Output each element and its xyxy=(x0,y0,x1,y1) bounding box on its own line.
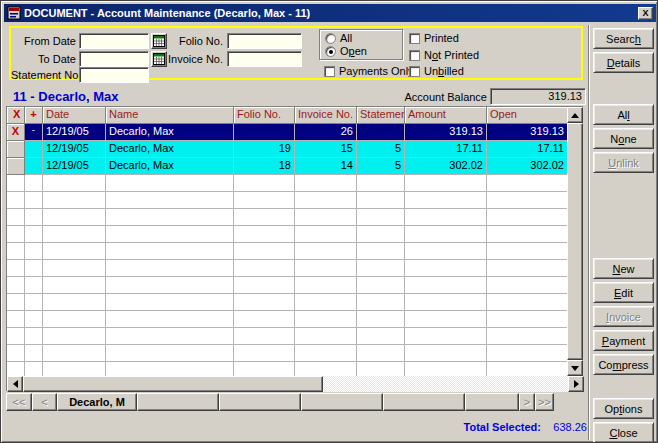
horizontal-scrollbar-thumb[interactable] xyxy=(23,376,323,392)
table-row[interactable]: 12/19/05 Decarlo, Max 18 14 5 302.02 302… xyxy=(7,158,568,175)
row-select-cell[interactable] xyxy=(7,141,25,158)
table-row-empty[interactable] xyxy=(7,277,568,294)
tab-empty-5[interactable] xyxy=(465,393,519,411)
tab-empty-4[interactable] xyxy=(383,393,465,411)
radio-all-label: All xyxy=(340,32,352,44)
empty-cell xyxy=(405,226,487,243)
row-expand-cell[interactable] xyxy=(25,158,43,175)
table-row-empty[interactable] xyxy=(7,243,568,260)
empty-cell xyxy=(357,294,405,311)
details-button[interactable]: Details xyxy=(593,52,654,73)
checkbox-unbilled[interactable]: Unbilled xyxy=(409,65,464,77)
row-expand-cell[interactable] xyxy=(25,141,43,158)
column-header-open[interactable]: Open xyxy=(487,107,568,124)
close-button[interactable]: Close xyxy=(593,422,654,443)
column-header-x[interactable]: X xyxy=(7,107,25,124)
empty-cell xyxy=(106,192,234,209)
table-row-empty[interactable] xyxy=(7,345,568,362)
tab-empty-3[interactable] xyxy=(301,393,383,411)
none-button[interactable]: None xyxy=(593,128,654,149)
empty-cell xyxy=(295,243,357,260)
column-header-folio[interactable]: Folio No. xyxy=(234,107,295,124)
table-row-empty[interactable] xyxy=(7,192,568,209)
empty-cell xyxy=(487,277,568,294)
invoice-no-input[interactable] xyxy=(227,51,302,67)
checkbox-printed-box[interactable] xyxy=(409,33,420,44)
transactions-grid: X + Date Name Folio No. Invoice No. Stat… xyxy=(6,106,583,391)
radio-all[interactable]: All xyxy=(325,32,352,44)
table-row[interactable]: X - 12/19/05 Decarlo, Max 26 319.13 319.… xyxy=(7,124,568,141)
checkbox-not-printed-box[interactable] xyxy=(409,50,420,61)
empty-cell xyxy=(405,345,487,362)
empty-cell xyxy=(106,175,234,192)
to-date-input[interactable] xyxy=(79,51,149,67)
checkbox-unbilled-box[interactable] xyxy=(409,66,420,77)
tab-first-button[interactable]: << xyxy=(6,393,32,411)
scroll-right-icon[interactable] xyxy=(568,376,584,392)
table-row-empty[interactable] xyxy=(7,311,568,328)
horizontal-scrollbar-track[interactable] xyxy=(323,376,568,392)
radio-all-circle[interactable] xyxy=(325,33,336,44)
column-header-amount[interactable]: Amount xyxy=(405,107,487,124)
column-header-date[interactable]: Date xyxy=(43,107,106,124)
checkbox-payments-only-box[interactable] xyxy=(324,66,335,77)
options-button[interactable]: Options xyxy=(593,398,654,419)
table-row-empty[interactable] xyxy=(7,260,568,277)
empty-cell xyxy=(357,192,405,209)
close-icon[interactable]: X xyxy=(638,7,653,20)
empty-cell xyxy=(295,345,357,362)
scroll-left-icon[interactable] xyxy=(7,376,23,392)
row-expand-cell[interactable]: - xyxy=(25,124,43,141)
payment-button[interactable]: Payment xyxy=(593,330,654,351)
unlink-button: Unlink xyxy=(593,152,654,173)
new-button[interactable]: New xyxy=(593,258,654,279)
column-header-expand[interactable]: + xyxy=(25,107,43,124)
column-header-name[interactable]: Name xyxy=(106,107,234,124)
tab-decarlo[interactable]: Decarlo, M xyxy=(57,393,137,411)
scroll-up-icon[interactable] xyxy=(567,107,583,123)
vertical-scrollbar[interactable] xyxy=(567,107,583,376)
table-row-empty[interactable] xyxy=(7,328,568,345)
column-header-invoice[interactable]: Invoice No. xyxy=(295,107,357,124)
tab-next-button[interactable]: > xyxy=(519,393,535,411)
all-button[interactable]: All xyxy=(593,104,654,125)
row-select-cell[interactable] xyxy=(7,158,25,175)
tab-empty-1[interactable] xyxy=(137,393,219,411)
compress-button[interactable]: Compress xyxy=(593,354,654,375)
table-row-empty[interactable] xyxy=(7,362,568,376)
empty-cell xyxy=(487,209,568,226)
vertical-scrollbar-thumb[interactable] xyxy=(567,123,583,360)
row-select-cell[interactable]: X xyxy=(7,124,25,141)
statement-no-input[interactable] xyxy=(79,67,149,83)
table-row-empty[interactable] xyxy=(7,175,568,192)
empty-cell xyxy=(295,328,357,345)
radio-open[interactable]: Open xyxy=(325,45,367,57)
table-row-empty[interactable] xyxy=(7,226,568,243)
checkbox-not-printed[interactable]: Not Printed xyxy=(409,49,479,61)
empty-cell xyxy=(234,294,295,311)
tab-prev-button[interactable]: < xyxy=(32,393,57,411)
from-date-input[interactable] xyxy=(79,33,149,49)
window-title: DOCUMENT - Account Maintenance (Decarlo,… xyxy=(24,7,310,19)
grid-empty-rows xyxy=(7,175,568,376)
checkbox-payments-only[interactable]: Payments Only xyxy=(324,65,414,77)
edit-button[interactable]: Edit xyxy=(593,282,654,303)
account-title: 11 - Decarlo, Max xyxy=(13,89,119,104)
horizontal-scrollbar[interactable] xyxy=(7,376,584,392)
scroll-down-icon[interactable] xyxy=(567,360,583,376)
column-header-statement[interactable]: Statement xyxy=(357,107,405,124)
search-button[interactable]: Search xyxy=(593,28,654,49)
empty-cell xyxy=(234,328,295,345)
table-row-empty[interactable] xyxy=(7,209,568,226)
empty-cell xyxy=(106,311,234,328)
empty-cell xyxy=(405,277,487,294)
radio-open-circle[interactable] xyxy=(325,46,336,57)
checkbox-printed[interactable]: Printed xyxy=(409,32,459,44)
tab-empty-2[interactable] xyxy=(219,393,301,411)
table-row[interactable]: 12/19/05 Decarlo, Max 19 15 5 17.11 17.1… xyxy=(7,141,568,158)
table-row-empty[interactable] xyxy=(7,294,568,311)
tab-last-button[interactable]: >> xyxy=(535,393,554,411)
folio-no-input[interactable] xyxy=(227,33,302,49)
empty-cell xyxy=(295,277,357,294)
empty-cell xyxy=(357,209,405,226)
